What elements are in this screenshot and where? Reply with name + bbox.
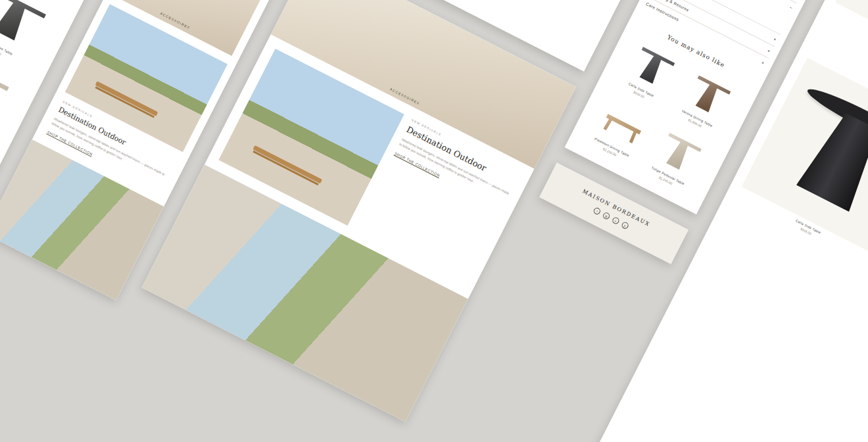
table-base <box>796 108 868 212</box>
minus-icon: − <box>788 5 793 11</box>
furniture-silhouette <box>0 0 51 52</box>
collage-stage: Théodore Console $1,295.00 Olive Side Ta… <box>0 0 868 442</box>
plus-icon: + <box>761 60 765 65</box>
plus-icon: + <box>767 48 771 53</box>
social-icon[interactable]: x <box>612 216 620 225</box>
furniture-silhouette <box>0 57 14 125</box>
social-icon[interactable]: ig <box>602 211 610 220</box>
social-icon[interactable]: f <box>592 207 601 215</box>
product-card[interactable]: Sable Coffee Table $740.00 <box>0 0 66 74</box>
chaise-lounger <box>95 81 158 116</box>
social-icon[interactable]: p <box>621 221 629 230</box>
product-image <box>0 0 66 65</box>
plus-icon: + <box>773 37 777 42</box>
chaise-lounger <box>253 145 322 184</box>
rotated-collage: Théodore Console $1,295.00 Olive Side Ta… <box>0 0 868 442</box>
social-row: figxp <box>550 185 671 251</box>
